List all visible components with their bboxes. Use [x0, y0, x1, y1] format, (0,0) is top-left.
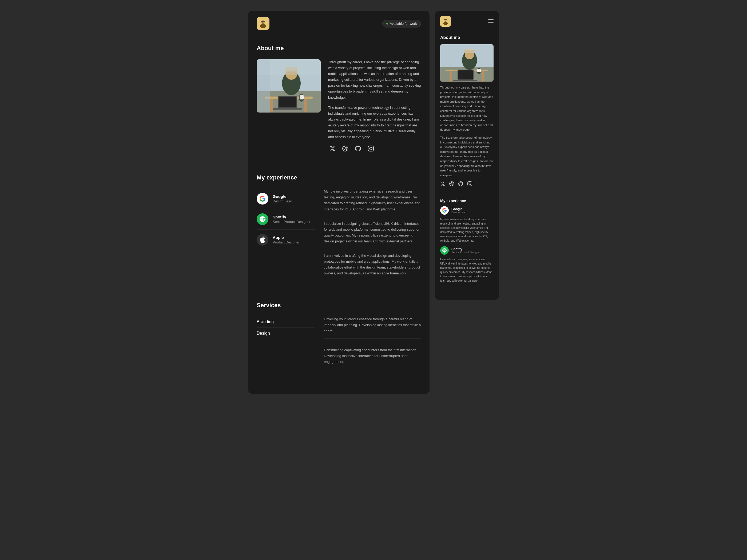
svg-rect-43: [477, 69, 481, 72]
right-exp-title: My experience: [440, 199, 494, 203]
right-dribbble-icon[interactable]: [449, 181, 455, 187]
available-badge: Available for work: [382, 20, 421, 27]
svg-rect-21: [257, 59, 321, 75]
right-google-role: Design Lead: [452, 211, 466, 214]
experience-section: My experience Google Design L: [248, 166, 430, 285]
about-content: Throughout my career, I have had the pri…: [257, 59, 421, 153]
services-layout: Branding Design Unveiling your brand's e…: [257, 316, 421, 378]
right-spotify-logo: [440, 246, 449, 255]
spotify-item: Spotify Senior Product Designer: [257, 209, 315, 230]
apple-logo: [257, 234, 268, 246]
svg-rect-33: [449, 71, 452, 82]
right-about-p1: Throughout my career, I have had the pri…: [440, 85, 494, 132]
svg-rect-38: [464, 50, 475, 53]
apple-role: Product Designer: [273, 240, 315, 244]
design-service[interactable]: Design: [257, 328, 315, 339]
spotify-desc: I specialize in designing clear, efficie…: [324, 221, 421, 244]
right-spotify-desc: I specialize in designing clear, efficie…: [440, 257, 494, 283]
svg-rect-34: [482, 71, 484, 82]
right-twitter-icon[interactable]: [440, 181, 446, 187]
instagram-icon[interactable]: [366, 144, 375, 153]
google-desc: My role involves undertaking extensive r…: [324, 189, 421, 212]
services-list: Branding Design: [257, 316, 315, 378]
right-spotify-role: Senior Product Designer: [452, 251, 481, 254]
right-spotify-company: Spotify: [452, 247, 481, 251]
svg-rect-29: [488, 22, 494, 23]
right-instagram-icon[interactable]: [467, 181, 473, 187]
svg-point-5: [264, 22, 264, 23]
github-icon[interactable]: [354, 144, 362, 153]
services-section: Services Branding Design Unveiling your …: [248, 293, 430, 378]
services-descriptions: Unveiling your brand's essence through a…: [324, 316, 421, 378]
apple-info: Apple Product Designer: [273, 235, 315, 244]
about-title: About me: [257, 45, 421, 52]
right-social-icons: [440, 181, 494, 187]
apple-company: Apple: [273, 235, 315, 240]
hamburger-icon[interactable]: [488, 19, 494, 24]
right-about-section: About me Throughout my career, I have ha…: [435, 32, 499, 194]
right-header: [435, 11, 499, 32]
apple-item: Apple Product Designer: [257, 230, 315, 250]
google-role: Design Lead: [273, 199, 315, 203]
right-panel: About me Throughout my career, I have ha…: [435, 11, 499, 300]
main-panel: Available for work About me: [248, 11, 430, 394]
experience-title: My experience: [257, 174, 421, 181]
google-item: Google Design Lead: [257, 189, 315, 209]
about-paragraph-2: The transformative power of technology i…: [328, 105, 421, 140]
right-about-p2: The transformative power of technology i…: [440, 135, 494, 178]
svg-rect-19: [300, 95, 304, 100]
twitter-icon[interactable]: [328, 144, 337, 153]
about-text: Throughout my career, I have had the pri…: [328, 59, 421, 153]
about-paragraph-1: Throughout my career, I have had the pri…: [328, 59, 421, 101]
right-photo: [440, 44, 494, 82]
google-logo: [257, 193, 268, 205]
svg-rect-16: [279, 97, 296, 107]
status-dot: [386, 23, 388, 25]
svg-rect-40: [458, 71, 473, 79]
right-spotify-item: Spotify Senior Product Designer: [440, 246, 494, 255]
svg-rect-41: [453, 80, 477, 81]
svg-rect-3: [261, 21, 265, 22]
right-google-desc: My role involves undertaking extensive r…: [440, 217, 494, 243]
services-title: Services: [257, 302, 421, 309]
about-photo: [257, 59, 321, 112]
branding-desc: Unveiling your brand's essence through a…: [324, 316, 421, 339]
avatar[interactable]: [257, 17, 269, 30]
experience-descriptions: My role involves undertaking extensive r…: [324, 189, 421, 285]
right-google-company: Google: [452, 207, 466, 211]
spotify-role: Senior Product Designer: [273, 220, 315, 224]
company-list: Google Design Lead Spotify Senior Produc…: [257, 189, 315, 285]
available-label: Available for work: [390, 22, 417, 26]
apple-desc: I am involved in crafting the visual des…: [324, 253, 421, 276]
right-avatar[interactable]: [440, 16, 451, 27]
social-icons: [328, 144, 421, 153]
spotify-company: Spotify: [273, 215, 315, 219]
about-section: About me: [248, 36, 430, 153]
right-google-item: Google Design Lead: [440, 206, 494, 215]
right-spotify-info: Spotify Senior Product Designer: [452, 247, 481, 254]
svg-rect-17: [273, 108, 302, 110]
google-company: Google: [273, 194, 315, 199]
experience-layout: Google Design Lead Spotify Senior Produc…: [257, 189, 421, 285]
svg-point-26: [443, 22, 448, 25]
right-about-title: About me: [440, 35, 494, 40]
spotify-info: Spotify Senior Product Designer: [273, 215, 315, 224]
right-github-icon[interactable]: [458, 181, 464, 187]
svg-rect-28: [488, 21, 494, 21]
svg-point-1: [260, 24, 266, 28]
svg-point-4: [262, 22, 262, 23]
branding-service[interactable]: Branding: [257, 316, 315, 328]
google-info: Google Design Lead: [273, 194, 315, 203]
svg-point-25: [446, 20, 446, 21]
svg-point-24: [445, 20, 445, 21]
right-experience-section: My experience Google Design Lead My role…: [435, 194, 499, 289]
dribbble-icon[interactable]: [341, 144, 350, 153]
spotify-logo: [257, 213, 268, 225]
svg-rect-23: [444, 19, 447, 20]
right-google-info: Google Design Lead: [452, 207, 466, 214]
right-google-logo: [440, 206, 449, 215]
svg-rect-10: [304, 99, 307, 112]
svg-rect-9: [270, 99, 273, 112]
svg-rect-27: [488, 19, 494, 20]
design-desc: Constructing captivating encounters from…: [324, 347, 421, 369]
